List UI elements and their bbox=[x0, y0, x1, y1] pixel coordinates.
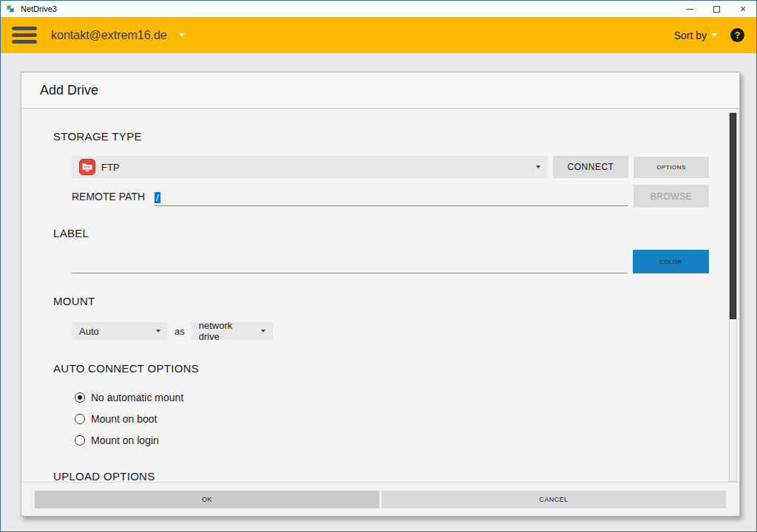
auto-connect-options: No automatic mount Mount on boot Mount o… bbox=[53, 386, 709, 451]
ftp-icon: FTP bbox=[79, 159, 95, 175]
cancel-button[interactable]: CANCEL bbox=[381, 491, 726, 508]
sort-by-label: Sort by bbox=[674, 30, 707, 41]
dialog-scrollbar[interactable] bbox=[729, 112, 737, 482]
radio-icon bbox=[75, 414, 85, 424]
maximize-button[interactable] bbox=[703, 1, 730, 17]
dialog-header: Add Drive bbox=[21, 72, 739, 109]
storage-type-chevron-down-icon bbox=[536, 166, 540, 168]
remote-path-input[interactable]: / bbox=[155, 187, 628, 206]
mount-mode-value: Auto bbox=[79, 326, 99, 337]
radio-label: Mount on login bbox=[91, 434, 159, 446]
window-controls: × bbox=[676, 1, 756, 17]
account-selector[interactable]: kontakt@extrem16.de bbox=[51, 29, 167, 42]
hamburger-menu-icon[interactable] bbox=[12, 27, 37, 44]
app-header: kontakt@extrem16.de Sort by ? bbox=[1, 17, 756, 53]
account-chevron-down-icon[interactable] bbox=[179, 33, 185, 37]
label-heading: LABEL bbox=[53, 227, 709, 239]
storage-type-select[interactable]: FTP FTP bbox=[72, 156, 548, 178]
radio-mount-on-boot[interactable]: Mount on boot bbox=[75, 408, 709, 429]
options-button[interactable]: OPTIONS bbox=[634, 157, 709, 178]
window-title: NetDrive3 bbox=[21, 4, 57, 13]
mount-heading: MOUNT bbox=[53, 295, 709, 307]
radio-label: No automatic mount bbox=[91, 392, 183, 403]
netdrive-logo-icon bbox=[6, 4, 16, 14]
upload-options-heading: UPLOAD OPTIONS bbox=[53, 470, 709, 482]
sort-by-dropdown[interactable]: Sort by bbox=[674, 30, 717, 41]
radio-no-automatic-mount[interactable]: No automatic mount bbox=[75, 386, 709, 408]
mount-target-chevron-down-icon bbox=[261, 330, 265, 332]
browse-button[interactable]: BROWSE bbox=[634, 185, 709, 208]
storage-type-heading: STORAGE TYPE bbox=[53, 130, 709, 143]
remote-path-label: REMOTE PATH bbox=[72, 191, 145, 202]
add-drive-dialog: Add Drive STORAGE TYPE FTP FTP CONNECT bbox=[21, 72, 740, 516]
color-button[interactable]: COLOR bbox=[633, 250, 709, 273]
radio-mount-on-login[interactable]: Mount on login bbox=[75, 429, 709, 451]
help-icon[interactable]: ? bbox=[730, 28, 744, 42]
dialog-footer: OK CANCEL bbox=[21, 482, 739, 516]
remote-path-row: REMOTE PATH / BROWSE bbox=[72, 185, 709, 208]
radio-icon bbox=[75, 435, 85, 446]
radio-label: Mount on boot bbox=[91, 413, 157, 425]
storage-type-row: FTP FTP CONNECT OPTIONS bbox=[72, 156, 709, 178]
remote-path-value: / bbox=[155, 192, 160, 203]
label-row: COLOR bbox=[72, 247, 709, 273]
mount-row: Auto as network drive bbox=[72, 322, 709, 340]
dialog-title: Add Drive bbox=[40, 83, 98, 98]
storage-type-value: FTP bbox=[101, 162, 120, 173]
sort-by-chevron-down-icon bbox=[711, 33, 717, 37]
mount-mode-select[interactable]: Auto bbox=[72, 322, 168, 340]
close-button[interactable]: × bbox=[730, 1, 756, 17]
mount-as-text: as bbox=[174, 326, 185, 337]
mount-mode-chevron-down-icon bbox=[156, 330, 160, 332]
connect-button[interactable]: CONNECT bbox=[553, 156, 628, 178]
scrollbar-thumb[interactable] bbox=[730, 113, 736, 319]
titlebar: NetDrive3 × bbox=[1, 1, 756, 17]
minimize-button[interactable] bbox=[676, 1, 703, 17]
radio-icon bbox=[75, 392, 85, 403]
mount-target-select[interactable]: network drive bbox=[191, 322, 273, 340]
auto-connect-heading: AUTO CONNECT OPTIONS bbox=[53, 362, 709, 375]
dialog-body: STORAGE TYPE FTP FTP CONNECT OPTIONS bbox=[21, 109, 739, 482]
ok-button[interactable]: OK bbox=[35, 491, 379, 508]
mount-target-value: network drive bbox=[199, 320, 255, 342]
label-input[interactable] bbox=[72, 247, 628, 273]
svg-text:FTP: FTP bbox=[84, 166, 90, 169]
netdrive-window: NetDrive3 × kontakt@extrem16.de Sort by … bbox=[0, 0, 757, 532]
